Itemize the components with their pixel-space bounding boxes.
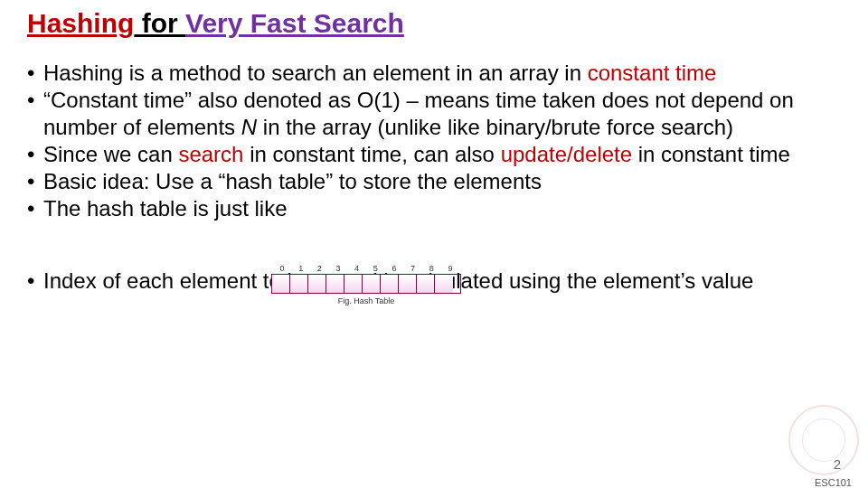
bullet-4: • Basic idea: Use a “hash table” to stor… bbox=[27, 168, 841, 195]
slide: Hashing for Very Fast Search • Hashing i… bbox=[0, 0, 868, 295]
hash-indices: 0 1 2 3 4 5 6 7 8 9 bbox=[271, 264, 461, 273]
bullet-dot: • bbox=[27, 168, 43, 195]
text-fragment: in constant time bbox=[632, 142, 790, 166]
title-word-hashing: Hashing bbox=[27, 8, 134, 38]
hash-index: 8 bbox=[422, 264, 440, 273]
hash-cell bbox=[344, 275, 363, 293]
hash-cell bbox=[435, 275, 453, 293]
bullet-text: Basic idea: Use a “hash table” to store … bbox=[43, 168, 841, 195]
hash-cell bbox=[381, 275, 399, 293]
hash-cell bbox=[272, 275, 290, 293]
seal-inner bbox=[802, 418, 845, 462]
bullet-dot: • bbox=[27, 87, 43, 141]
bullet-text: The hash table is just like bbox=[43, 195, 841, 222]
hash-index: 5 bbox=[366, 264, 384, 273]
slide-title: Hashing for Very Fast Search bbox=[27, 7, 841, 40]
bullet-text: Hashing is a method to search an element… bbox=[43, 60, 841, 87]
hash-index: 4 bbox=[348, 264, 366, 273]
spacer bbox=[27, 222, 841, 267]
text-fragment-red: constant time bbox=[588, 61, 717, 85]
hash-cell bbox=[326, 275, 344, 293]
title-word-for: for bbox=[134, 8, 185, 38]
hash-index: 1 bbox=[292, 264, 310, 273]
bullet-dot: • bbox=[27, 60, 43, 87]
bullet-dot: • bbox=[27, 195, 43, 222]
hash-index: 0 bbox=[273, 264, 291, 273]
hash-index: 3 bbox=[329, 264, 347, 273]
text-fragment-italic: N bbox=[241, 115, 257, 139]
text-fragment: Hashing is a method to search an element… bbox=[43, 61, 588, 85]
text-fragment: in the array (unlike like binary/brute f… bbox=[257, 115, 733, 139]
text-fragment: in constant time, can also bbox=[243, 142, 500, 166]
hash-cell bbox=[399, 275, 417, 293]
content-area: • Hashing is a method to search an eleme… bbox=[27, 60, 841, 295]
hash-cell bbox=[290, 275, 308, 293]
bullet-2: • “Constant time” also denoted as O(1) –… bbox=[27, 87, 841, 141]
bullet-3: • Since we can search in constant time, … bbox=[27, 141, 841, 168]
text-fragment-red: update/delete bbox=[501, 142, 632, 166]
text-fragment: Since we can bbox=[43, 142, 178, 166]
hash-index: 7 bbox=[404, 264, 422, 273]
bullet-dot: • bbox=[27, 141, 43, 168]
course-code: ESC101 bbox=[815, 477, 852, 488]
hash-caption: Fig. Hash Table bbox=[271, 296, 461, 305]
hash-index: 2 bbox=[310, 264, 328, 273]
bullet-text: “Constant time” also denoted as O(1) – m… bbox=[43, 87, 841, 141]
hash-table-figure: 0 1 2 3 4 5 6 7 8 9 Fig. Hash Table bbox=[271, 264, 461, 305]
hash-index: 9 bbox=[441, 264, 459, 273]
page-number: 2 bbox=[834, 456, 841, 472]
hash-cell bbox=[363, 275, 381, 293]
text-fragment-red: search bbox=[178, 142, 243, 166]
hash-index: 6 bbox=[385, 264, 403, 273]
bullet-5: • The hash table is just like bbox=[27, 195, 841, 222]
bullet-1: • Hashing is a method to search an eleme… bbox=[27, 60, 841, 87]
bullet-dot: • bbox=[27, 267, 43, 295]
hash-cell bbox=[417, 275, 435, 293]
hash-cell bbox=[308, 275, 326, 293]
institute-seal-icon bbox=[788, 405, 859, 475]
hash-cells bbox=[271, 274, 461, 294]
title-word-vfs: Very Fast Search bbox=[185, 8, 404, 38]
bullet-text: Since we can search in constant time, ca… bbox=[43, 141, 841, 168]
